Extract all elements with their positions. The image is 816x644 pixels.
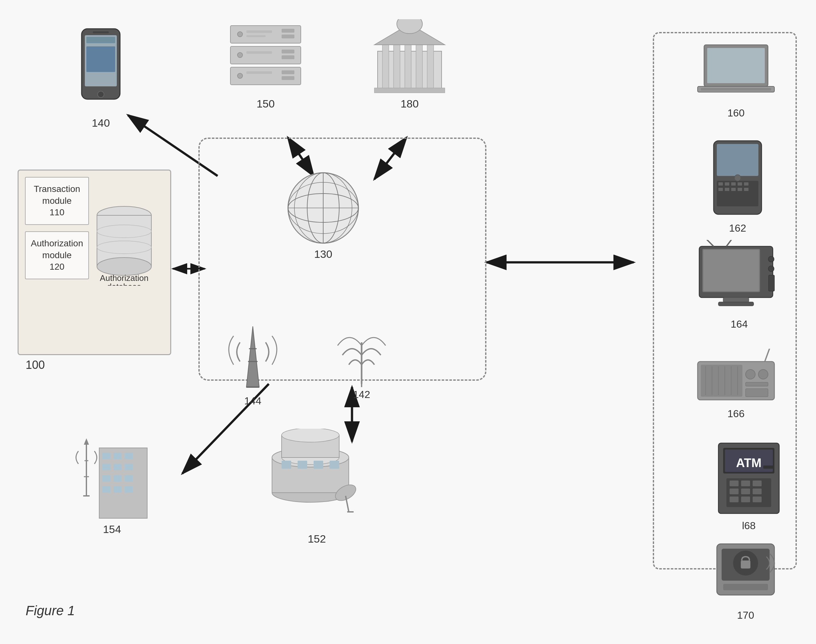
tower-building-154-icon [64, 432, 160, 521]
label-166: 166 [727, 408, 744, 420]
label-168: l68 [742, 520, 756, 532]
svg-point-45 [238, 52, 242, 58]
cell-tower-144: 144 [224, 323, 282, 407]
svg-rect-72 [125, 464, 133, 470]
label-142: 142 [353, 389, 370, 400]
svg-rect-90 [314, 461, 323, 469]
svg-rect-112 [703, 250, 759, 291]
radio-166: 166 [695, 349, 778, 420]
svg-rect-104 [718, 188, 723, 191]
svg-point-128 [745, 370, 755, 379]
server-rack-icon [224, 19, 307, 96]
label-180: 180 [400, 98, 419, 110]
svg-rect-142 [741, 489, 750, 494]
svg-marker-24 [246, 326, 259, 387]
svg-text:ATM: ATM [736, 456, 762, 470]
svg-rect-130 [745, 382, 768, 386]
server-module-container: Transaction module 110 Authorization mod… [18, 170, 171, 355]
svg-rect-75 [125, 475, 133, 481]
globe-icon [285, 170, 362, 246]
transaction-module-label: Transaction module 110 [34, 183, 80, 218]
svg-rect-74 [114, 475, 121, 481]
svg-rect-99 [718, 182, 723, 186]
svg-rect-140 [753, 480, 762, 486]
svg-rect-97 [717, 144, 758, 176]
svg-line-132 [765, 349, 771, 362]
svg-point-11 [97, 258, 151, 276]
svg-rect-144 [730, 497, 739, 502]
svg-rect-95 [701, 88, 771, 90]
svg-rect-34 [86, 37, 115, 43]
authorization-module-box: Authorization module 120 [25, 231, 89, 279]
svg-rect-119 [718, 302, 754, 306]
tv-164: 164 [695, 240, 784, 330]
svg-line-117 [726, 240, 736, 246]
svg-text:Authorization: Authorization [100, 273, 149, 283]
svg-rect-107 [738, 188, 742, 191]
svg-text:database: database [107, 282, 141, 286]
server-150: 150 [224, 19, 307, 110]
tower-building-154: 154 [64, 432, 160, 535]
svg-rect-78 [125, 486, 133, 493]
svg-rect-106 [731, 188, 736, 191]
svg-rect-102 [738, 182, 742, 186]
diagram: Transaction module 110 Authorization mod… [0, 0, 816, 644]
security-170: 170 [710, 537, 781, 621]
svg-rect-77 [114, 486, 121, 493]
svg-rect-67 [103, 453, 110, 459]
svg-rect-56 [416, 45, 422, 90]
label-130: 130 [314, 248, 333, 261]
svg-rect-71 [114, 464, 121, 470]
label-162: 162 [729, 222, 746, 234]
svg-rect-105 [725, 188, 729, 191]
svg-rect-38 [282, 35, 294, 38]
svg-rect-73 [103, 475, 110, 481]
svg-rect-37 [282, 29, 294, 33]
label-144: 144 [244, 395, 261, 407]
svg-rect-55 [405, 45, 411, 90]
svg-rect-146 [753, 497, 762, 502]
svg-rect-103 [744, 182, 749, 186]
svg-rect-141 [730, 489, 739, 494]
svg-rect-138 [730, 480, 739, 486]
svg-rect-70 [103, 464, 110, 470]
svg-rect-101 [731, 182, 736, 186]
svg-rect-115 [768, 275, 775, 291]
blackberry-icon [707, 138, 768, 221]
label-154: 154 [103, 523, 121, 535]
svg-marker-65 [84, 438, 89, 445]
svg-rect-44 [282, 55, 294, 59]
svg-point-114 [768, 266, 774, 271]
security-icon [710, 537, 781, 608]
svg-rect-46 [246, 51, 272, 54]
svg-point-129 [758, 370, 768, 379]
svg-rect-152 [723, 584, 768, 590]
radio-icon [695, 349, 778, 406]
svg-rect-69 [125, 453, 133, 459]
datacenter-152-icon [262, 429, 371, 531]
svg-rect-108 [744, 188, 749, 191]
svg-rect-89 [298, 461, 307, 469]
svg-rect-41 [246, 35, 265, 37]
svg-rect-145 [741, 497, 750, 502]
svg-point-113 [768, 256, 774, 262]
svg-rect-68 [114, 453, 121, 459]
svg-rect-48 [282, 71, 294, 74]
internet-node: 130 [285, 170, 362, 261]
label-150: 150 [257, 98, 275, 110]
svg-point-50 [238, 73, 242, 78]
svg-point-109 [735, 175, 741, 181]
label-140: 140 [92, 117, 110, 129]
svg-point-32 [98, 91, 104, 98]
svg-rect-139 [741, 480, 750, 486]
atm-icon: ATM [713, 438, 784, 518]
bb-162: 162 [707, 138, 768, 234]
svg-rect-60 [374, 88, 445, 93]
bank-icon [368, 19, 451, 96]
svg-point-84 [282, 429, 339, 442]
svg-rect-91 [330, 461, 339, 469]
label-170: 170 [737, 609, 754, 621]
svg-point-39 [238, 32, 242, 37]
svg-rect-100 [725, 182, 729, 186]
wireless-142-icon [336, 323, 387, 387]
